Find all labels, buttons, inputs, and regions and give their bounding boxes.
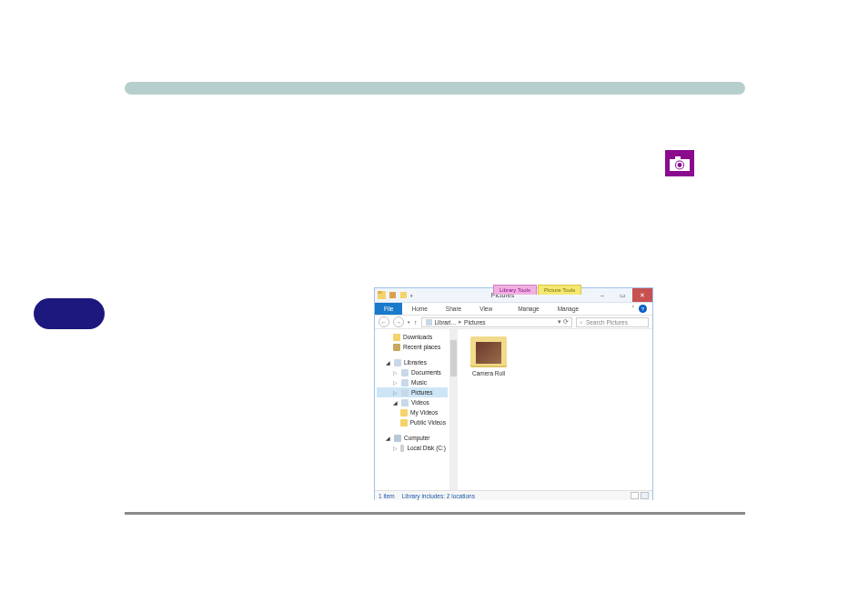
file-explorer-window: ▾ Pictures Library Tools Picture Tools –…: [374, 287, 653, 500]
refresh-icon[interactable]: ⟳: [563, 318, 569, 326]
quick-access-toolbar: ▾: [375, 288, 413, 302]
expand-icon[interactable]: ◢: [386, 359, 391, 366]
contextual-tool-tabs: Library Tools Picture Tools: [493, 285, 581, 295]
tree-label: Libraries: [404, 359, 427, 366]
expand-icon[interactable]: ▷: [393, 445, 398, 451]
tree-label: Local Disk (C:): [407, 445, 446, 451]
search-icon: ⌕: [580, 319, 583, 325]
back-button[interactable]: ←: [378, 316, 389, 327]
tree-label: Public Videos: [410, 419, 446, 426]
ribbon-tab-manage-picture[interactable]: Manage: [549, 303, 589, 315]
tree-label: Music: [411, 379, 427, 386]
window-controls: – ▭ ✕: [592, 288, 652, 302]
svg-point-4: [678, 163, 682, 167]
libraries-icon: [394, 359, 401, 366]
svg-rect-7: [389, 292, 396, 298]
note-pill: [34, 298, 105, 329]
svg-rect-9: [426, 319, 432, 326]
status-item-count: 1 item: [378, 493, 395, 499]
tree-downloads[interactable]: Downloads: [377, 332, 448, 342]
breadcrumb-current[interactable]: Pictures: [464, 319, 485, 326]
folder-camera-roll[interactable]: Camera Roll: [465, 336, 512, 376]
documents-icon: [401, 369, 409, 376]
search-box[interactable]: ⌕ Search Pictures: [576, 317, 649, 327]
tree-computer[interactable]: ◢Computer: [377, 433, 448, 443]
tree-public-videos[interactable]: Public Videos: [377, 417, 448, 427]
tree-pictures[interactable]: ▷Pictures: [377, 387, 448, 397]
tree-my-videos[interactable]: My Videos: [377, 407, 448, 417]
new-folder-icon[interactable]: [399, 291, 408, 299]
tree-label: Videos: [411, 399, 429, 406]
tree-label: Pictures: [411, 389, 432, 396]
folder-icon: [400, 409, 408, 416]
explorer-icon: [378, 291, 386, 299]
expand-icon[interactable]: ▷: [393, 379, 399, 386]
status-locations: Library includes: 2 locations: [402, 493, 475, 499]
svg-rect-6: [378, 291, 382, 294]
folder-icon: [470, 336, 507, 367]
breadcrumb-sep-icon[interactable]: ▸: [459, 318, 462, 326]
expand-icon[interactable]: ▷: [393, 389, 399, 396]
status-bar: 1 item Library includes: 2 locations: [375, 490, 652, 500]
close-button[interactable]: ✕: [632, 288, 652, 302]
help-icon[interactable]: ?: [639, 305, 647, 313]
search-placeholder: Search Pictures: [586, 319, 628, 326]
videos-icon: [401, 399, 409, 406]
camera-icon: [670, 156, 690, 171]
picture-tools-tab[interactable]: Picture Tools: [538, 285, 581, 295]
navigation-pane: Downloads Recent places ◢Libraries ▷Docu…: [375, 329, 449, 490]
tree-recent-places[interactable]: Recent places: [377, 342, 448, 352]
tree-videos[interactable]: ◢Videos: [377, 397, 448, 407]
navigation-bar: ← → ▾ ↑ Librari… ▸ Pictures ▾ ⟳ ⌕ Search…: [375, 316, 652, 329]
recent-icon: [393, 344, 400, 351]
computer-icon: [394, 435, 401, 442]
ribbon-tab-share[interactable]: Share: [437, 303, 470, 315]
svg-rect-8: [400, 292, 407, 298]
scrollbar-thumb[interactable]: [450, 340, 457, 376]
svg-rect-1: [675, 156, 681, 160]
ribbon-tab-home[interactable]: Home: [402, 303, 436, 315]
folder-icon: [393, 334, 400, 341]
tree-local-disk[interactable]: ▷Local Disk (C:): [377, 443, 448, 453]
scrollbar[interactable]: [449, 329, 458, 490]
tree-label: My Videos: [410, 409, 438, 416]
location-icon: [425, 318, 433, 326]
forward-button[interactable]: →: [393, 316, 404, 327]
tree-label: Computer: [404, 435, 430, 441]
expand-icon[interactable]: ◢: [393, 399, 399, 406]
properties-icon[interactable]: [389, 291, 397, 299]
titlebar: ▾ Pictures Library Tools Picture Tools –…: [375, 288, 652, 303]
library-tools-tab[interactable]: Library Tools: [493, 285, 537, 295]
files-pane[interactable]: Camera Roll: [458, 329, 652, 490]
tree-documents[interactable]: ▷Documents: [377, 367, 448, 377]
tree-label: Downloads: [403, 334, 432, 340]
tree-label: Recent places: [403, 344, 440, 350]
tree-music[interactable]: ▷Music: [377, 377, 448, 387]
folder-icon: [400, 419, 408, 426]
camera-app-tile: [665, 150, 694, 176]
tree-libraries[interactable]: ◢Libraries: [377, 357, 448, 367]
maximize-button[interactable]: ▭: [612, 288, 632, 302]
tree-label: Documents: [411, 369, 441, 376]
ribbon-tab-manage-library[interactable]: Manage: [509, 303, 549, 315]
view-icons-icon[interactable]: [641, 492, 649, 499]
pictures-icon: [401, 389, 409, 396]
divider-line: [125, 512, 745, 515]
expand-icon[interactable]: ◢: [386, 435, 391, 441]
breadcrumb-root[interactable]: Librari…: [435, 319, 458, 326]
ribbon-collapse-icon[interactable]: ˅: [631, 306, 635, 313]
ribbon-tab-view[interactable]: View: [470, 303, 501, 315]
minimize-button[interactable]: –: [592, 288, 612, 302]
music-icon: [401, 379, 409, 386]
disk-icon: [400, 445, 404, 452]
ribbon-tab-file[interactable]: File: [375, 303, 402, 315]
section-header-bar: [125, 82, 745, 95]
address-dropdown-icon[interactable]: ▾: [558, 318, 561, 326]
folder-label: Camera Roll: [465, 370, 512, 376]
up-button[interactable]: ↑: [414, 319, 418, 326]
view-details-icon[interactable]: [631, 492, 639, 499]
expand-icon[interactable]: ▷: [393, 369, 399, 376]
history-dropdown-icon[interactable]: ▾: [408, 319, 410, 325]
address-bar[interactable]: Librari… ▸ Pictures ▾ ⟳: [421, 317, 573, 327]
ribbon-tabs: File Home Share View Manage Manage ˅ ?: [375, 303, 652, 316]
